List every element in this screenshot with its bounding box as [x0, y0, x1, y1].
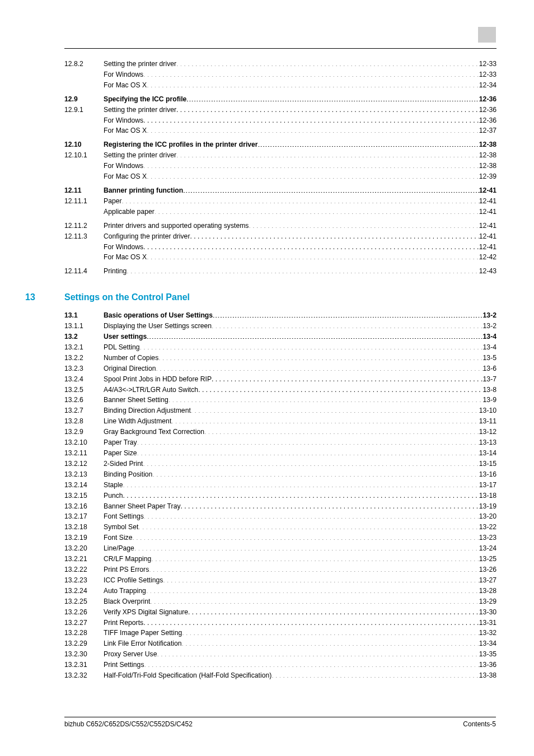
- toc-entry-title: Applicable paper: [104, 207, 154, 217]
- toc-entry-title: Gray Background Text Correction: [104, 427, 204, 437]
- toc-entry-title: For Windows: [104, 115, 143, 126]
- toc-container: 12.8.2Setting the printer driver 12-33Fo…: [64, 59, 496, 681]
- toc-entry: 13.2.26Verify XPS Digital Signature 13-3…: [64, 607, 496, 618]
- toc-entry-title: Font Settings: [104, 511, 144, 522]
- toc-entry-title: Specifying the ICC profile: [104, 94, 186, 105]
- toc-entry-title: PDL Setting: [104, 342, 140, 353]
- toc-entry-title: Original Direction: [104, 363, 156, 374]
- toc-entry-title: Configuring the printer driver: [104, 231, 190, 242]
- toc-entry-page: 12-36: [479, 105, 496, 115]
- toc-entry-title: Link File Error Notification: [104, 638, 182, 649]
- section-heading: 13Settings on the Control Panel: [25, 292, 496, 302]
- toc-entry-page: 13-24: [479, 543, 496, 554]
- toc-entry-page: 13-20: [479, 511, 496, 522]
- toc-leader-dots: [157, 650, 479, 656]
- toc-entry-title: Font Size: [104, 533, 132, 543]
- toc-entry-number: 12.11.2: [64, 221, 104, 231]
- toc-leader-dots: [143, 115, 479, 122]
- toc-entry-page: 12-33: [479, 69, 496, 80]
- toc-leader-dots: [143, 70, 479, 77]
- toc-entry: 13.2.3Original Direction 13-6: [64, 363, 496, 374]
- toc-entry-page: 12-43: [479, 266, 496, 277]
- toc-entry: For Mac OS X 12-37: [64, 125, 496, 136]
- toc-entry: 13.2.27Print Reports 13-31: [64, 618, 496, 628]
- toc-entry-number: 13.1: [64, 310, 104, 321]
- toc-entry-title: Line/Page: [104, 543, 134, 554]
- toc-leader-dots: [140, 343, 483, 349]
- toc-entry-title: Staple: [104, 480, 123, 491]
- toc-entry: Applicable paper 12-41: [64, 207, 496, 217]
- toc-entry: 13.1.1Displaying the User Settings scree…: [64, 321, 496, 332]
- toc-entry-number: 13.2.10: [64, 437, 104, 448]
- page-footer: bizhub C652/C652DS/C552/C552DS/C452 Cont…: [64, 717, 496, 728]
- toc-entry-title: Paper: [104, 196, 122, 207]
- toc-entry: 13.2.23ICC Profile Settings 13-27: [64, 575, 496, 586]
- toc-entry-number: 13.2.1: [64, 342, 104, 353]
- toc-leader-dots: [183, 186, 479, 193]
- toc-leader-dots: [143, 242, 479, 249]
- toc-entry: 13.2.7Binding Direction Adjustment 13-10: [64, 405, 496, 416]
- toc-entry-number: 13.2.17: [64, 511, 104, 522]
- toc-entry-title: Basic operations of User Settings: [104, 310, 213, 321]
- toc-leader-dots: [154, 207, 479, 214]
- toc-leader-dots: [168, 395, 483, 402]
- toc-entry-title: For Windows: [104, 242, 143, 253]
- toc-entry-page: 13-18: [479, 491, 496, 501]
- toc-entry-page: 13-19: [479, 501, 496, 512]
- toc-entry: 12.9.1Setting the printer driver 12-36: [64, 105, 496, 115]
- toc-entry: For Windows 12-38: [64, 161, 496, 171]
- toc-entry-page: 13-14: [479, 448, 496, 459]
- toc-entry-title: Printer drivers and supported operating …: [104, 221, 249, 231]
- toc-entry-page: 12-41: [479, 242, 496, 253]
- toc-entry-page: 13-22: [479, 522, 496, 533]
- toc-entry-number: 13.2.9: [64, 427, 104, 437]
- toc-leader-dots: [151, 554, 479, 561]
- toc-entry-page: 13-31: [479, 618, 496, 628]
- toc-entry: 12.11Banner printing function 12-41: [64, 185, 496, 196]
- toc-entry-number: 13.2.6: [64, 395, 104, 405]
- toc-entry-number: 13.2.11: [64, 448, 104, 459]
- footer-product: bizhub C652/C652DS/C552/C552DS/C452: [64, 720, 193, 728]
- toc-leader-dots: [146, 586, 479, 593]
- toc-leader-dots: [188, 607, 479, 614]
- toc-leader-dots: [147, 332, 483, 339]
- toc-leader-dots: [143, 161, 479, 168]
- toc-entry: 13.2.20Line/Page 13-24: [64, 543, 496, 554]
- toc-entry-page: 13-8: [483, 385, 496, 395]
- toc-entry-number: 13.2.28: [64, 628, 104, 638]
- toc-entry-number: 13.2.27: [64, 618, 104, 628]
- toc-leader-dots: [176, 151, 479, 157]
- toc-leader-dots: [147, 172, 479, 179]
- toc-entry-title: Proxy Server Use: [104, 649, 157, 660]
- toc-entry: 12.11.1Paper 12-41: [64, 196, 496, 207]
- toc-leader-dots: [191, 406, 479, 413]
- toc-entry: 13.2.9Gray Background Text Correction 13…: [64, 427, 496, 437]
- toc-entry-title: Paper Tray: [104, 437, 137, 448]
- toc-leader-dots: [182, 628, 479, 635]
- toc-leader-dots: [181, 501, 479, 508]
- toc-entry-page: 13-17: [479, 480, 496, 491]
- toc-entry-number: 13.2.23: [64, 575, 104, 586]
- toc-entry-number: 13.2.19: [64, 533, 104, 543]
- toc-entry-page: 13-15: [479, 459, 496, 469]
- toc-entry: 12.8.2Setting the printer driver 12-33: [64, 59, 496, 69]
- toc-entry-title: Black Overprint: [104, 596, 150, 607]
- toc-entry-title: CR/LF Mapping: [104, 554, 151, 564]
- toc-entry: 13.2.13Binding Position 13-16: [64, 469, 496, 480]
- toc-entry: 12.10.1Setting the printer driver 12-38: [64, 150, 496, 161]
- toc-leader-dots: [150, 597, 479, 604]
- toc-entry-title: For Mac OS X: [104, 80, 147, 91]
- toc-entry-page: 13-4: [483, 342, 496, 353]
- toc-entry: 13.2.19Font Size 13-23: [64, 533, 496, 543]
- toc-leader-dots: [144, 660, 479, 667]
- toc-entry-page: 12-41: [479, 221, 496, 231]
- toc-leader-dots: [158, 353, 483, 360]
- toc-entry: 13.2.24Auto Trapping 13-28: [64, 586, 496, 596]
- toc-entry-page: 13-6: [483, 363, 496, 374]
- toc-entry-number: 13.2.3: [64, 363, 104, 374]
- toc-entry-number: 13.2.30: [64, 649, 104, 660]
- toc-entry-title: Print Settings: [104, 660, 144, 670]
- toc-leader-dots: [198, 385, 483, 391]
- toc-entry: 13.2.5A4/A3<->LTR/LGR Auto Switch 13-8: [64, 385, 496, 395]
- toc-entry-number: 13.2.4: [64, 374, 104, 385]
